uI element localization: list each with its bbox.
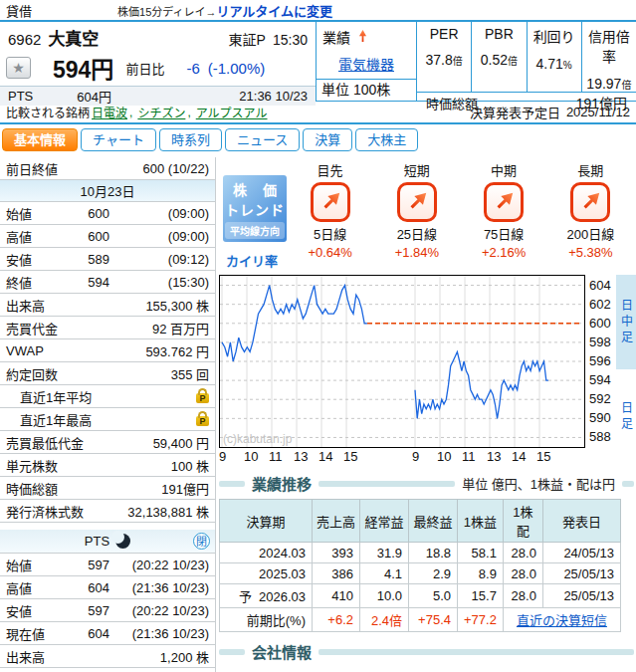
high-row: 高値600(09:00) (0, 225, 215, 248)
price-change-pct: (-1.00%) (208, 60, 266, 77)
unit-shares-row: 単元株数100 株 (0, 454, 215, 477)
pts-high-row: 高値604(21:36 10/23) (0, 576, 215, 599)
trend-up-arrow-icon (397, 182, 437, 222)
trend-item-short: 短期 25日線 +1.84% (373, 160, 460, 270)
earnings-label: 業績 (322, 27, 350, 47)
watermark: (c)kabutan.jp (223, 432, 292, 446)
chart-x-axis: 9101113141591011131415 (219, 448, 585, 464)
table-row: 2025.03 386 4.1 2.9 8.9 28.0 25/05/13 (220, 563, 621, 584)
favorite-star-button[interactable]: ★ (6, 57, 31, 79)
chart-plot[interactable]: (c)kabutan.jp (219, 275, 585, 448)
chart-period-tabs: 日中足 日足 (616, 275, 636, 464)
stock-trend-section: 株 価 トレンド 平均線方向 カイリ率 目先 5日線 +0.64% 短期 25日… (219, 157, 636, 272)
trade-count-row: 約定回数355 回 (0, 362, 215, 385)
comparison-row: 前期比(%) +6.2 2.4倍 +75.4 +77.2 直近の決算短信 (220, 608, 621, 632)
tab-time-series[interactable]: 時系列 (159, 128, 222, 151)
tab-major-holders[interactable]: 大株主 (355, 128, 418, 151)
prev-close-row: 前日終値 600 (10/22) (0, 157, 215, 180)
earnings-date: 2025/11/12 (566, 105, 630, 119)
trend-item-mid: 中期 75日線 +2.16% (461, 160, 547, 270)
open-row: 始値600(09:00) (0, 202, 215, 225)
header-pts-row: PTS 604円 21:36 10/23 (0, 86, 316, 106)
table-row: 予2026.03 410 10.0 5.0 15.7 28.0 25/05/13 (220, 584, 621, 608)
performance-title: 業績推移 (252, 473, 312, 494)
date-header: 10月23日 (0, 180, 215, 202)
market-label: 東証P (229, 29, 266, 49)
pts-section-header: PTS 閉 (0, 530, 215, 554)
quote-time: 15:30 (273, 32, 308, 48)
close-row: 終値594(15:30) (0, 271, 215, 294)
trend-up-arrow-icon (311, 182, 350, 222)
metric-margin-ratio: 信用倍率 19.97倍 (582, 22, 636, 92)
intraday-chart: (c)kabutan.jp 9101113141591011131415 604… (219, 275, 636, 464)
pts-low-row: 安値597(20:22 10/23) (0, 599, 215, 622)
tab-news[interactable]: ニュース (225, 128, 300, 151)
min-purchase-row: 売買最低代金59,400 円 (0, 431, 215, 454)
price-change: -6 (186, 60, 199, 77)
earnings-date-label: 決算発表予定日 (470, 103, 560, 121)
one-year-avg-row: 直近1年平均 P (0, 385, 215, 408)
chart-y-axis: 604602600598596594592590588 (585, 275, 616, 464)
shares-outstanding-row: 発行済株式数32,138,881 株 (0, 500, 215, 523)
trend-title-box: 株 価 トレンド 平均線方向 (223, 175, 287, 242)
forecast-mark: 予 (239, 589, 252, 604)
market-cap-row-left: 時価総額191億円 (0, 477, 215, 500)
turnover-row: 売買代金92 百万円 (0, 317, 215, 339)
compare-row: 比較される銘柄 日電波, シチズン, アルプスアル 決算発表予定日 2025/1… (0, 102, 636, 124)
quote-detail-panel: 前日終値 600 (10/22) 10月23日 始値600(09:00) 高値6… (0, 157, 216, 672)
premium-lock-icon[interactable]: P (196, 393, 209, 403)
stock-code: 6962 (8, 31, 41, 48)
performance-section-header: 業績推移 単位 億円、1株益・配は円 (219, 473, 634, 494)
pts-volume-row: 出来高1,200 株 (0, 645, 215, 668)
company-title: 会社情報 (252, 641, 312, 662)
performance-unit-note: 単位 億円、1株益・配は円 (462, 474, 615, 493)
volume-row: 出来高155,300 株 (0, 294, 215, 317)
delay-notice: 株価15分ディレイ→ (117, 6, 216, 18)
premium-lock-icon[interactable]: P (196, 416, 209, 426)
stock-name: 大真空 (48, 25, 99, 50)
pts-time: 21:36 10/23 (239, 89, 308, 104)
vwap-row: VWAP593.762 円 (0, 339, 215, 362)
latest-earnings-link[interactable]: 直近の決算短信 (517, 613, 607, 628)
top-status-bar: 貸借 株価15分ディレイ→リアルタイムに変更 (0, 0, 636, 22)
kairi-label: カイリ率 (223, 251, 287, 270)
pts-closed-badge[interactable]: 閉 (193, 533, 210, 550)
quote-header: 6962 大真空 東証P 15:30 ★ 594円 前日比 -6 (-1.00%… (0, 22, 636, 102)
compare-link-3[interactable]: アルプスアル (196, 104, 268, 120)
tab-intraday[interactable]: 日中足 (616, 275, 636, 369)
tab-basic-info[interactable]: 基本情報 (2, 128, 78, 151)
trend-up-arrow-icon (570, 182, 610, 222)
company-section-header: 会社情報 (219, 641, 634, 662)
performance-table: 決算期 売上高 経常益 最終益 1株益 1株配 発表日 2024.03 393 … (219, 499, 621, 632)
current-price: 594円 (53, 51, 113, 85)
table-header-row: 決算期 売上高 経常益 最終益 1株益 1株配 発表日 (220, 500, 621, 543)
trend-item-long: 長期 200日線 +5.38% (547, 160, 634, 270)
tab-earnings[interactable]: 決算 (303, 128, 352, 151)
page-tabs: 基本情報 チャート 時系列 ニュース 決算 大株主 (0, 124, 636, 151)
compare-label: 比較される銘柄 (6, 104, 90, 120)
metric-per: PER 37.8倍 (417, 22, 472, 92)
compare-link-1[interactable]: 日電波 (92, 104, 127, 120)
trend-item-immediate: 目先 5日線 +0.64% (287, 160, 373, 270)
pts-label: PTS (8, 89, 33, 104)
unit-label: 単位 100株 (317, 79, 416, 101)
earnings-up-arrow-icon (355, 30, 370, 45)
pts-open-row: 始値597(20:22 10/23) (0, 554, 215, 576)
prev-day-label: 前日比 (125, 59, 164, 78)
metric-yield: 利回り 4.71% (528, 22, 582, 92)
low-row: 安値589(09:12) (0, 248, 215, 271)
tab-chart[interactable]: チャート (81, 128, 156, 151)
margin-trade-label: 貸借 (6, 1, 32, 20)
pts-last-row: 現在値604(21:36 10/23) (0, 622, 215, 645)
compare-link-2[interactable]: シチズン (137, 104, 185, 120)
trend-up-arrow-icon (484, 182, 524, 222)
one-year-high-row: 直近1年最高 P (0, 408, 215, 431)
sector-link[interactable]: 電気機器 (317, 54, 416, 74)
metric-pbr: PBR 0.52倍 (472, 22, 527, 92)
moon-icon (115, 534, 130, 549)
table-row: 2024.03 393 31.9 18.8 58.1 28.0 24/05/13 (220, 543, 621, 563)
realtime-link[interactable]: リアルタイムに変更 (216, 4, 332, 19)
star-icon: ★ (12, 60, 25, 76)
tab-daily[interactable]: 日足 (616, 369, 636, 464)
